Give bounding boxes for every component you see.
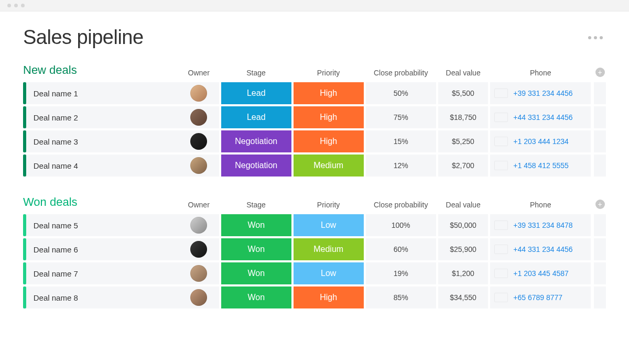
stage-cell[interactable]: Lead: [221, 82, 291, 104]
priority-cell[interactable]: High: [294, 286, 364, 308]
column-header-owner[interactable]: Owner: [179, 201, 219, 209]
priority-cell[interactable]: Medium: [294, 238, 364, 260]
owner-cell[interactable]: [179, 214, 219, 236]
phone-cell[interactable]: +65 6789 8777: [490, 286, 591, 308]
flag-icon: [494, 161, 508, 170]
deal-name-cell[interactable]: Deal name 1: [26, 82, 179, 104]
add-column-button[interactable]: +: [594, 200, 606, 209]
table-row[interactable]: Deal name 5 Won Low 100% $50,000 +39 331…: [23, 214, 606, 236]
close-probability-cell[interactable]: 100%: [366, 214, 436, 236]
priority-cell[interactable]: High: [294, 82, 364, 104]
traffic-dot: [21, 4, 25, 7]
priority-cell[interactable]: High: [294, 106, 364, 128]
owner-cell[interactable]: [179, 262, 219, 284]
stage-cell[interactable]: Won: [221, 214, 291, 236]
deal-value-cell[interactable]: $34,550: [438, 286, 489, 308]
more-menu-button[interactable]: [588, 36, 606, 39]
row-trailing-cell: [594, 155, 606, 177]
phone-cell[interactable]: +44 331 234 4456: [490, 106, 591, 128]
column-header-stage[interactable]: Stage: [221, 201, 291, 209]
priority-cell[interactable]: Low: [294, 262, 364, 284]
owner-cell[interactable]: [179, 238, 219, 260]
close-probability-cell[interactable]: 12%: [366, 155, 436, 177]
avatar: [190, 109, 207, 126]
deal-value-cell[interactable]: $2,700: [438, 155, 489, 177]
owner-cell[interactable]: [179, 130, 219, 152]
owner-cell[interactable]: [179, 286, 219, 308]
owner-cell[interactable]: [179, 155, 219, 177]
deal-value-cell[interactable]: $18,750: [438, 106, 489, 128]
deal-name-cell[interactable]: Deal name 5: [26, 214, 179, 236]
column-header-priority[interactable]: Priority: [294, 201, 364, 209]
stage-cell[interactable]: Lead: [221, 106, 291, 128]
table-row[interactable]: Deal name 1 Lead High 50% $5,500 +39 331…: [23, 82, 606, 104]
phone-cell[interactable]: +44 331 234 4456: [490, 238, 591, 260]
section-title[interactable]: New deals: [23, 63, 179, 77]
stage-cell[interactable]: Negotiation: [221, 155, 291, 177]
deal-value-cell[interactable]: $5,500: [438, 82, 489, 104]
deal-name-cell[interactable]: Deal name 8: [26, 286, 179, 308]
phone-link[interactable]: +44 331 234 4456: [513, 245, 572, 253]
table-row[interactable]: Deal name 2 Lead High 75% $18,750 +44 33…: [23, 106, 606, 128]
table-row[interactable]: Deal name 7 Won Low 19% $1,200 +1 203 44…: [23, 262, 606, 284]
deal-name-cell[interactable]: Deal name 7: [26, 262, 179, 284]
flag-icon: [494, 245, 508, 254]
priority-cell[interactable]: Low: [294, 214, 364, 236]
deal-value-cell[interactable]: $25,900: [438, 238, 489, 260]
phone-cell[interactable]: +1 458 412 5555: [490, 155, 591, 177]
column-header-phone[interactable]: Phone: [490, 69, 591, 77]
column-header-deal-value[interactable]: Deal value: [438, 201, 489, 209]
add-column-button[interactable]: +: [594, 68, 606, 77]
deal-name-cell[interactable]: Deal name 4: [26, 155, 179, 177]
owner-cell[interactable]: [179, 82, 219, 104]
column-header-close-probability[interactable]: Close probability: [366, 69, 436, 77]
column-header-priority[interactable]: Priority: [294, 69, 364, 77]
table-row[interactable]: Deal name 3 Negotiation High 15% $5,250 …: [23, 130, 606, 152]
phone-cell[interactable]: +1 203 444 1234: [490, 130, 591, 152]
section-title[interactable]: Won deals: [23, 195, 179, 209]
phone-link[interactable]: +1 458 412 5555: [513, 161, 569, 170]
close-probability-cell[interactable]: 50%: [366, 82, 436, 104]
phone-cell[interactable]: +39 331 234 8478: [490, 214, 591, 236]
close-probability-cell[interactable]: 19%: [366, 262, 436, 284]
close-probability-cell[interactable]: 15%: [366, 130, 436, 152]
phone-link[interactable]: +65 6789 8777: [513, 293, 562, 302]
column-header-close-probability[interactable]: Close probability: [366, 201, 436, 209]
priority-cell[interactable]: High: [294, 130, 364, 152]
deal-value-cell[interactable]: $50,000: [438, 214, 489, 236]
table-row[interactable]: Deal name 8 Won High 85% $34,550 +65 678…: [23, 286, 606, 308]
row-trailing-cell: [594, 106, 606, 128]
phone-link[interactable]: +1 203 445 4587: [513, 269, 569, 278]
flag-icon: [494, 269, 508, 278]
table-row[interactable]: Deal name 6 Won Medium 60% $25,900 +44 3…: [23, 238, 606, 260]
phone-link[interactable]: +1 203 444 1234: [513, 137, 569, 146]
deal-value-cell[interactable]: $1,200: [438, 262, 489, 284]
deal-name-cell[interactable]: Deal name 6: [26, 238, 179, 260]
column-header-deal-value[interactable]: Deal value: [438, 69, 489, 77]
table-row[interactable]: Deal name 4 Negotiation Medium 12% $2,70…: [23, 155, 606, 177]
phone-link[interactable]: +44 331 234 4456: [513, 113, 572, 122]
deal-name-cell[interactable]: Deal name 2: [26, 106, 179, 128]
phone-link[interactable]: +39 331 234 8478: [513, 221, 572, 229]
phone-cell[interactable]: +39 331 234 4456: [490, 82, 591, 104]
priority-cell[interactable]: Medium: [294, 155, 364, 177]
stage-cell[interactable]: Won: [221, 238, 291, 260]
close-probability-cell[interactable]: 75%: [366, 106, 436, 128]
phone-link[interactable]: +39 331 234 4456: [513, 89, 572, 97]
phone-cell[interactable]: +1 203 445 4587: [490, 262, 591, 284]
column-header-stage[interactable]: Stage: [221, 69, 291, 77]
deal-name-cell[interactable]: Deal name 3: [26, 130, 179, 152]
column-header-owner[interactable]: Owner: [179, 69, 219, 77]
deal-value-cell[interactable]: $5,250: [438, 130, 489, 152]
close-probability-cell[interactable]: 85%: [366, 286, 436, 308]
stage-cell[interactable]: Negotiation: [221, 130, 291, 152]
window-chrome: [0, 0, 629, 12]
avatar: [190, 289, 207, 306]
flag-icon: [494, 220, 508, 230]
owner-cell[interactable]: [179, 106, 219, 128]
row-trailing-cell: [594, 286, 606, 308]
close-probability-cell[interactable]: 60%: [366, 238, 436, 260]
column-header-phone[interactable]: Phone: [490, 201, 591, 209]
stage-cell[interactable]: Won: [221, 286, 291, 308]
stage-cell[interactable]: Won: [221, 262, 291, 284]
